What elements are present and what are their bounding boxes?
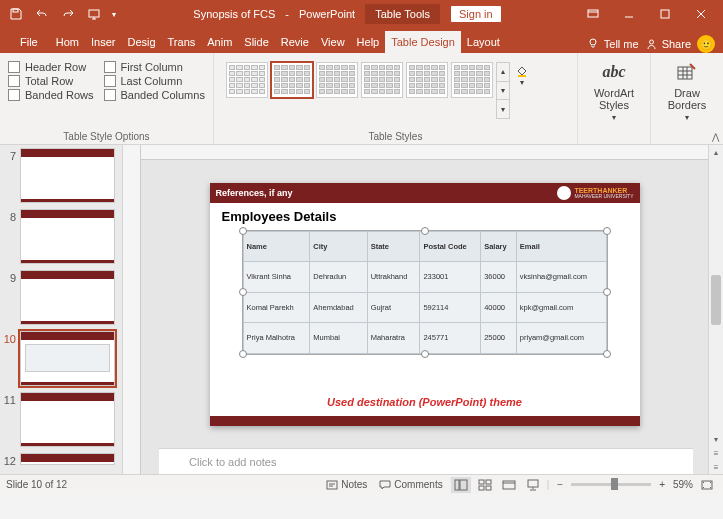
- group-table-style-options: Header Row First Column Total Row Last C…: [0, 53, 214, 144]
- table-style-thumb[interactable]: [451, 62, 493, 98]
- table-style-thumb[interactable]: [226, 62, 268, 98]
- vertical-ruler: [123, 145, 141, 474]
- reading-view-button[interactable]: [499, 477, 519, 493]
- slide-title[interactable]: Employees Details: [210, 203, 640, 230]
- svg-rect-4: [661, 10, 669, 18]
- vertical-scrollbar[interactable]: ▴ ▾ ≡ ≡: [708, 145, 723, 474]
- slide-header-text: References, if any: [216, 188, 293, 198]
- comments-toggle[interactable]: Comments: [375, 477, 446, 493]
- slide-thumb[interactable]: 11: [2, 392, 120, 447]
- slide-canvas[interactable]: References, if any TEERTHANKERMAHAVEER U…: [141, 160, 708, 448]
- slide-thumb[interactable]: 12: [2, 453, 120, 467]
- svg-rect-0: [13, 9, 18, 12]
- tab-design[interactable]: Desig: [121, 31, 161, 53]
- table-style-thumb[interactable]: [316, 62, 358, 98]
- tab-animations[interactable]: Anim: [201, 31, 238, 53]
- zoom-out-button[interactable]: −: [553, 477, 567, 492]
- redo-button[interactable]: [56, 3, 80, 25]
- wordart-icon: abc: [601, 59, 627, 85]
- table-style-thumb[interactable]: [406, 62, 448, 98]
- shading-button[interactable]: ▾: [513, 62, 531, 87]
- tab-view[interactable]: View: [315, 31, 351, 53]
- draw-borders-button[interactable]: Draw Borders▾: [659, 57, 715, 124]
- lightbulb-icon: [586, 37, 600, 51]
- svg-rect-19: [528, 480, 538, 487]
- check-header-row[interactable]: Header Row: [8, 61, 94, 73]
- tab-transitions[interactable]: Trans: [162, 31, 202, 53]
- check-banded-rows[interactable]: Banded Rows: [8, 89, 94, 101]
- tab-help[interactable]: Help: [351, 31, 386, 53]
- titlebar: ▾ Synopsis of FCS - PowerPoint Table Too…: [0, 0, 723, 28]
- styles-gallery-scroll[interactable]: ▴▾▾: [496, 62, 510, 119]
- check-last-column[interactable]: Last Column: [104, 75, 205, 87]
- zoom-level[interactable]: 59%: [673, 479, 693, 490]
- table-object[interactable]: NameCityStatePostal CodeSalaryEmailVikra…: [242, 230, 608, 355]
- wordart-styles-button[interactable]: abc WordArt Styles▾: [586, 57, 642, 124]
- minimize-button[interactable]: [611, 0, 647, 28]
- slide: References, if any TEERTHANKERMAHAVEER U…: [210, 183, 640, 426]
- svg-rect-13: [460, 480, 467, 490]
- tab-home[interactable]: Hom: [50, 31, 85, 53]
- ribbon-options-button[interactable]: [575, 0, 611, 28]
- group-wordart: abc WordArt Styles▾: [578, 53, 651, 144]
- save-button[interactable]: [4, 3, 28, 25]
- normal-view-button[interactable]: [451, 477, 471, 493]
- tab-layout[interactable]: Layout: [461, 31, 506, 53]
- table-style-thumb[interactable]: [271, 62, 313, 98]
- check-banded-columns[interactable]: Banded Columns: [104, 89, 205, 101]
- slide-thumb[interactable]: 10: [2, 331, 120, 386]
- notes-toggle[interactable]: Notes: [322, 477, 371, 493]
- tab-file[interactable]: File: [8, 31, 50, 53]
- check-first-column[interactable]: First Column: [104, 61, 205, 73]
- signin-button[interactable]: Sign in: [450, 5, 502, 23]
- check-total-row[interactable]: Total Row: [8, 75, 94, 87]
- start-slideshow-button[interactable]: [82, 3, 106, 25]
- group-draw-borders: Draw Borders▾: [651, 53, 723, 144]
- tab-slideshow[interactable]: Slide: [238, 31, 274, 53]
- zoom-in-button[interactable]: +: [655, 477, 669, 492]
- table-style-thumb[interactable]: [361, 62, 403, 98]
- qat-customize-button[interactable]: ▾: [108, 3, 120, 25]
- document-title: Synopsis of FCS: [193, 8, 275, 20]
- group-table-styles: ▴▾▾ ▾ Table Styles: [214, 53, 578, 144]
- fit-to-window-button[interactable]: [697, 477, 717, 493]
- ribbon-tabs: File Hom Inser Desig Trans Anim Slide Re…: [0, 28, 723, 53]
- slide-sorter-button[interactable]: [475, 477, 495, 493]
- slide-thumbnails-panel: 7 8 9 10 11 12: [0, 145, 123, 474]
- collapse-ribbon-button[interactable]: ⋀: [712, 132, 719, 142]
- slide-thumb[interactable]: 8: [2, 209, 120, 264]
- share-button[interactable]: Share: [645, 38, 691, 51]
- svg-rect-15: [486, 480, 491, 484]
- svg-rect-11: [327, 481, 337, 489]
- tab-insert[interactable]: Inser: [85, 31, 121, 53]
- slide-indicator: Slide 10 of 12: [6, 479, 67, 490]
- svg-point-7: [590, 39, 596, 45]
- tab-table-design[interactable]: Table Design: [385, 31, 461, 53]
- slide-thumb[interactable]: 9: [2, 270, 120, 325]
- undo-button[interactable]: [30, 3, 54, 25]
- svg-rect-18: [503, 481, 515, 489]
- tellme-search[interactable]: Tell me: [586, 37, 639, 51]
- tab-review[interactable]: Revie: [275, 31, 315, 53]
- svg-rect-17: [486, 486, 491, 490]
- zoom-slider[interactable]: [571, 483, 651, 486]
- svg-rect-12: [455, 480, 459, 490]
- svg-rect-14: [479, 480, 484, 484]
- group-label: Table Styles: [222, 128, 569, 142]
- svg-rect-1: [89, 10, 99, 17]
- horizontal-ruler: [141, 145, 708, 160]
- maximize-button[interactable]: [647, 0, 683, 28]
- svg-rect-2: [588, 10, 598, 17]
- slide-thumb[interactable]: 7: [2, 148, 120, 203]
- share-icon: [645, 38, 658, 51]
- svg-rect-10: [678, 67, 692, 79]
- paint-bucket-icon: [515, 64, 529, 78]
- university-logo: TEERTHANKERMAHAVEER UNIVERSITY: [557, 186, 633, 200]
- close-button[interactable]: [683, 0, 719, 28]
- slideshow-view-button[interactable]: [523, 477, 543, 493]
- group-label: Table Style Options: [8, 128, 205, 142]
- svg-rect-9: [518, 75, 526, 77]
- feedback-icon[interactable]: 🙂: [697, 35, 715, 53]
- app-name: PowerPoint: [299, 8, 355, 20]
- notes-pane[interactable]: Click to add notes: [159, 448, 693, 474]
